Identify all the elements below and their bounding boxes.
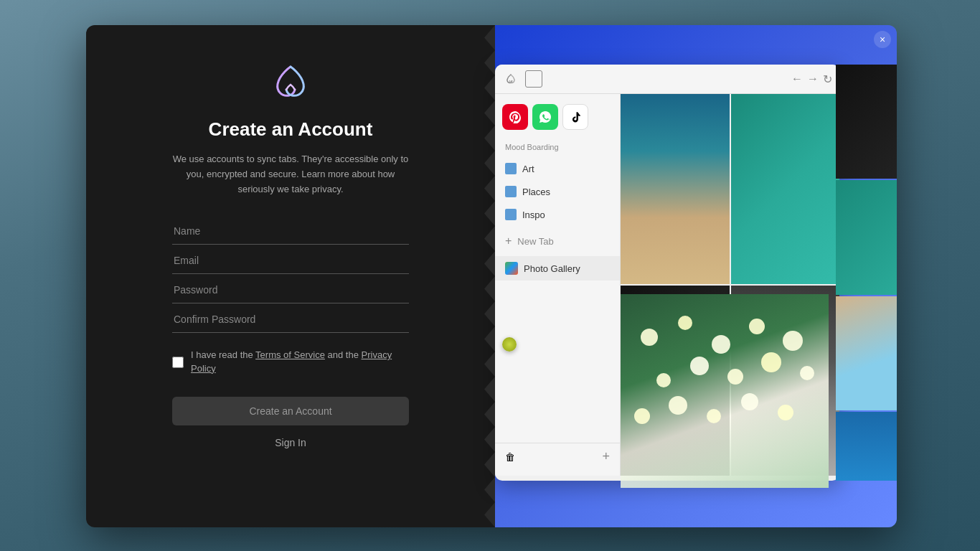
photo-blue-strip <box>836 412 897 481</box>
svg-point-8 <box>761 352 781 372</box>
signin-link[interactable]: Sign In <box>275 437 306 448</box>
svg-point-4 <box>783 331 803 351</box>
terms-link[interactable]: Terms of Service <box>255 349 325 360</box>
photo-gallery-thumb-icon <box>505 262 518 275</box>
trash-icon[interactable]: 🗑 <box>505 451 515 463</box>
password-field-container <box>172 277 409 303</box>
photo-desert-strip <box>836 296 897 410</box>
folder-label-art: Art <box>522 164 534 174</box>
section-label: Mood Boarding <box>495 140 620 157</box>
folder-label-inspo: Inspo <box>522 209 545 220</box>
right-panel: ← → ↻ <box>495 25 897 527</box>
browser-toolbar: ← → ↻ <box>495 65 839 94</box>
folder-art[interactable]: Art <box>495 157 620 180</box>
photo-teal <box>731 94 840 284</box>
name-field-container <box>172 218 409 245</box>
new-tab-label: New Tab <box>517 236 553 247</box>
back-button[interactable]: ← <box>791 72 803 85</box>
forward-button[interactable]: → <box>807 72 819 85</box>
email-field-container <box>172 248 409 274</box>
tabs-icon[interactable] <box>525 70 542 88</box>
svg-point-1 <box>678 316 692 330</box>
folder-icon-inspo <box>505 209 517 220</box>
terms-checkbox[interactable] <box>172 357 184 368</box>
password-input[interactable] <box>172 277 409 303</box>
tab-pinterest[interactable] <box>502 104 528 130</box>
folder-label-places: Places <box>522 187 550 197</box>
photo-teal-strip <box>836 180 897 294</box>
zigzag-divider <box>473 25 495 527</box>
folder-inspo[interactable]: Inspo <box>495 203 620 226</box>
close-button[interactable]: × <box>874 31 891 48</box>
app-logo <box>269 61 312 104</box>
svg-point-5 <box>656 373 671 387</box>
svg-point-12 <box>707 409 721 423</box>
tab-whatsapp[interactable] <box>532 104 558 130</box>
terms-label: I have read the Terms of Service and the… <box>191 349 409 375</box>
christmas-photo <box>621 294 829 488</box>
browser-sidebar: Mood Boarding Art Places Inspo <box>495 94 621 476</box>
svg-point-9 <box>800 366 814 380</box>
svg-point-14 <box>778 405 793 420</box>
photo-gallery-item[interactable]: Photo Gallery <box>495 256 620 281</box>
svg-point-7 <box>727 369 743 385</box>
cursor <box>502 337 517 352</box>
photo-aerial-beach <box>621 94 730 284</box>
terms-checkbox-row: I have read the Terms of Service and the… <box>172 349 409 375</box>
left-panel: Create an Account We use accounts to syn… <box>86 25 495 527</box>
name-input[interactable] <box>172 218 409 245</box>
svg-point-10 <box>634 408 650 424</box>
add-tab-row[interactable]: + New Tab <box>495 229 620 253</box>
page-title: Create an Account <box>209 118 373 141</box>
subtitle-text: We use accounts to sync tabs. They're ac… <box>169 152 413 197</box>
folder-icon-art <box>505 163 517 174</box>
right-photo-strip <box>836 65 897 481</box>
pinned-tabs-row <box>495 100 620 134</box>
add-bottom-icon[interactable]: + <box>602 449 610 464</box>
svg-point-0 <box>641 329 658 346</box>
photo-dark-strip <box>836 65 897 179</box>
svg-point-3 <box>749 319 765 334</box>
browser-navigation: ← → ↻ <box>791 72 832 86</box>
tab-tiktok[interactable] <box>562 104 588 130</box>
svg-point-13 <box>741 393 758 410</box>
svg-point-11 <box>669 396 687 415</box>
plus-icon: + <box>505 235 512 248</box>
create-account-button[interactable]: Create an Account <box>172 397 409 425</box>
svg-point-6 <box>690 357 709 375</box>
confirm-password-field-container <box>172 306 409 333</box>
email-input[interactable] <box>172 248 409 274</box>
svg-point-2 <box>712 335 730 354</box>
folder-places[interactable]: Places <box>495 180 620 203</box>
sidebar-bottom: 🗑 + <box>495 443 620 470</box>
folder-icon-places <box>505 186 517 197</box>
main-dialog: × Create an Account We use accounts to s… <box>86 25 897 527</box>
photo-gallery-label: Photo Gallery <box>524 263 580 274</box>
arc-icon-button[interactable] <box>502 70 519 88</box>
confirm-password-input[interactable] <box>172 306 409 333</box>
refresh-button[interactable]: ↻ <box>823 72 832 86</box>
